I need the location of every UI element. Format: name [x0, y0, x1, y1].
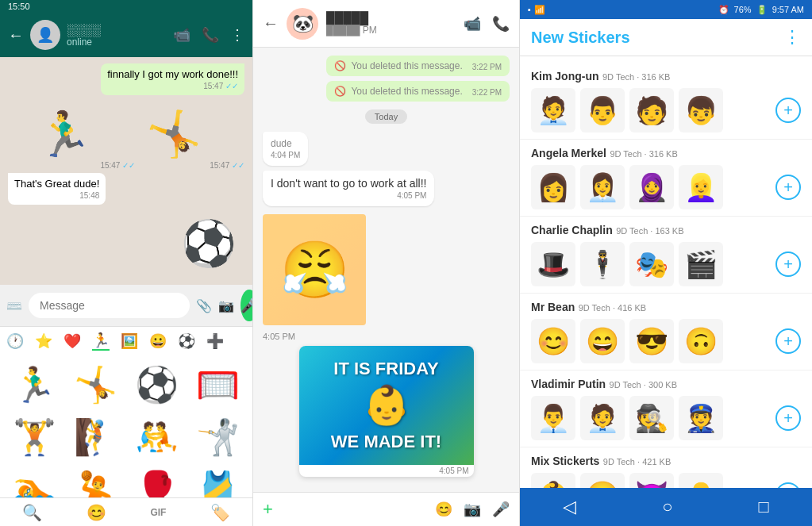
contact-status: online — [67, 36, 167, 48]
sticker-icon[interactable]: 🏷️ — [210, 503, 230, 522]
status-right: ⏰ 76% 🔋 9:57 AM — [718, 5, 804, 15]
p2-camera-icon[interactable]: 📷 — [464, 501, 481, 518]
emoji-tab-heart[interactable]: ❤️ — [63, 332, 81, 350]
panel2-chat: ← 🐼 █████ █████ PM 📹 📞 🚫 You deleted thi… — [252, 0, 520, 526]
trump-image: 😤 — [263, 214, 366, 325]
sticker-grid-item[interactable]: 🤺 — [190, 413, 246, 461]
panel3-more-icon[interactable]: ⋮ — [783, 27, 801, 48]
sticker-grid-item[interactable]: 🧗 — [67, 413, 124, 461]
panel3-bottom-nav: ◁ ○ □ — [520, 488, 812, 526]
pack-img-m2: 🧕 — [629, 165, 674, 209]
pack-img-c3: 🎬 — [679, 242, 723, 286]
back-icon[interactable]: ← — [8, 26, 24, 44]
search-icon[interactable]: 🔍 — [22, 503, 42, 522]
emoji-tab-plus[interactable]: ➕ — [206, 332, 224, 350]
pack-header-putin: Vladimir Putin 9D Tech · 300 KB — [531, 377, 801, 391]
sticker-grid-item[interactable]: 🏋️ — [6, 413, 63, 461]
wifi-icon: ▪ — [528, 5, 531, 14]
p2-emoji-icon[interactable]: 😊 — [435, 501, 452, 518]
panel1-header: ← 👤 ░░░░ online 📹 📞 ⋮ — [0, 13, 252, 57]
panel1-time: 15:50 — [8, 2, 30, 11]
panel1-status-bar: 15:50 — [0, 0, 252, 13]
message-input[interactable] — [29, 293, 190, 318]
info-icon-2: 🚫 — [334, 86, 346, 97]
pack-img-c1: 🕴️ — [580, 242, 625, 286]
emoji-tab-star[interactable]: ⭐ — [35, 332, 52, 350]
add-pack-chaplin[interactable]: + — [775, 251, 801, 277]
p2-msg-sender: dude — [271, 138, 300, 149]
input-bar: ⌨️ 📎 📷 🎤 — [0, 285, 252, 326]
camera-icon[interactable]: 📷 — [218, 298, 234, 313]
pack-meta-kim: 9D Tech · 316 KB — [602, 72, 670, 82]
battery-percent: 76% — [734, 5, 752, 14]
panel3-header: New Stickers ⋮ — [520, 19, 812, 56]
p2-header-icons: 📹 📞 — [464, 15, 510, 33]
pack-img-p2: 🕵️ — [629, 396, 674, 440]
sticker-grid-item[interactable]: 🥊 — [129, 466, 185, 497]
sticker-grid: 🏃‍♂️ 🤸 ⚽ 🥅 🏋️ 🧗 🤼 🤺 🏊 🤽 🥊 🎽 — [0, 355, 252, 497]
pack-header-mrbean: Mr Bean 9D Tech · 416 KB — [531, 300, 801, 314]
p2-message-input[interactable] — [281, 503, 427, 516]
sticker-pack-chaplin: Charlie Chaplin 9D Tech · 163 KB 🎩 🕴️ 🎭 … — [520, 217, 812, 294]
add-pack-mrbean[interactable]: + — [775, 328, 801, 354]
emoji-tab-football[interactable]: ⚽ — [178, 332, 195, 350]
sticker-grid-item[interactable]: ⚽ — [129, 361, 185, 409]
sticker-3: ⚽ — [173, 208, 244, 279]
pack-img-x1: 😁 — [580, 473, 625, 488]
sticker-grid-item[interactable]: 🤽 — [67, 466, 124, 497]
add-pack-merkel[interactable]: + — [775, 175, 801, 200]
p2-plus-icon[interactable]: + — [263, 499, 273, 520]
nav-home-btn[interactable]: ○ — [662, 497, 672, 517]
pack-images-chaplin: 🎩 🕴️ 🎭 🎬 + — [531, 242, 801, 286]
add-pack-mix[interactable]: + — [775, 482, 801, 488]
p2-back-icon[interactable]: ← — [263, 14, 279, 33]
video-call-icon[interactable]: 📹 — [173, 26, 190, 44]
pack-img-p1: 🧑‍💼 — [580, 396, 625, 440]
pack-meta-mix: 9D Tech · 421 KB — [603, 457, 671, 466]
sticker-grid-item[interactable]: 🏃‍♂️ — [6, 361, 63, 409]
panel3-title: New Stickers — [531, 29, 630, 47]
sticker-grid-item[interactable]: 🥅 — [190, 361, 246, 409]
p2-name-block: █████ █████ PM — [326, 11, 456, 36]
attach-icon[interactable]: 📎 — [196, 298, 212, 313]
sticker-grid-item[interactable]: 🤼 — [129, 413, 185, 461]
p2-call-icon[interactable]: 📞 — [492, 15, 510, 33]
pack-img-0: 🧑‍💼 — [531, 88, 575, 132]
info-icon: 🚫 — [334, 60, 346, 71]
panel2-input-bar: + 😊 📷 🎤 — [253, 492, 519, 526]
add-pack-kim[interactable]: + — [775, 98, 801, 123]
sticker-grid-item[interactable]: 🎽 — [190, 466, 246, 497]
p2-video-icon[interactable]: 📹 — [464, 15, 481, 33]
emoji-tab-recent[interactable]: 🕐 — [6, 332, 24, 350]
more-icon[interactable]: ⋮ — [230, 26, 244, 44]
pack-img-m1: 👩‍💼 — [580, 165, 625, 209]
sticker-grid-item[interactable]: 🏊 — [6, 466, 63, 497]
nav-recent-btn[interactable]: □ — [759, 497, 769, 517]
emoji-tab-face[interactable]: 😀 — [149, 332, 167, 350]
call-icon[interactable]: 📞 — [202, 26, 219, 44]
signal-icon: 📶 — [534, 5, 545, 15]
pack-img-m0: 👩 — [531, 165, 575, 209]
add-pack-putin[interactable]: + — [775, 405, 801, 431]
nav-back-btn[interactable]: ◁ — [563, 497, 576, 517]
p2-mic-icon[interactable]: 🎤 — [492, 501, 510, 518]
chat-area: finnally I got my work done!!! 15:47 ✓✓ … — [0, 57, 252, 285]
header-icons: 📹 📞 ⋮ — [173, 26, 244, 44]
sticker-grid-item[interactable]: 🤸 — [67, 361, 124, 409]
pack-img-c0: 🎩 — [531, 242, 575, 286]
pack-meta-mrbean: 9D Tech · 416 KB — [579, 303, 646, 313]
p2-contact-name: █████ — [326, 11, 456, 25]
pack-images-merkel: 👩 👩‍💼 🧕 👱‍♀️ + — [531, 165, 801, 209]
emoji-tab-stickers[interactable]: 🏃 — [92, 332, 110, 351]
emoji-icon[interactable]: 😊 — [87, 503, 106, 522]
pack-img-x3: 👨‍🦲 — [679, 473, 723, 488]
emoji-tab-pic[interactable]: 🖼️ — [121, 332, 138, 350]
gif-label[interactable]: GIF — [150, 507, 166, 518]
clock-time: 9:57 AM — [772, 5, 804, 14]
pack-name-merkel: Angela Merkel — [531, 147, 606, 159]
pack-img-m3: 👱‍♀️ — [679, 165, 723, 209]
meme-time: 4:05 PM — [299, 465, 474, 477]
sticker-img-1: 🏃‍♂️ — [29, 98, 100, 170]
sticker-pack-putin: Vladimir Putin 9D Tech · 300 KB 👨‍💼 🧑‍💼 … — [520, 371, 812, 447]
keyboard-icon[interactable]: ⌨️ — [6, 298, 22, 313]
